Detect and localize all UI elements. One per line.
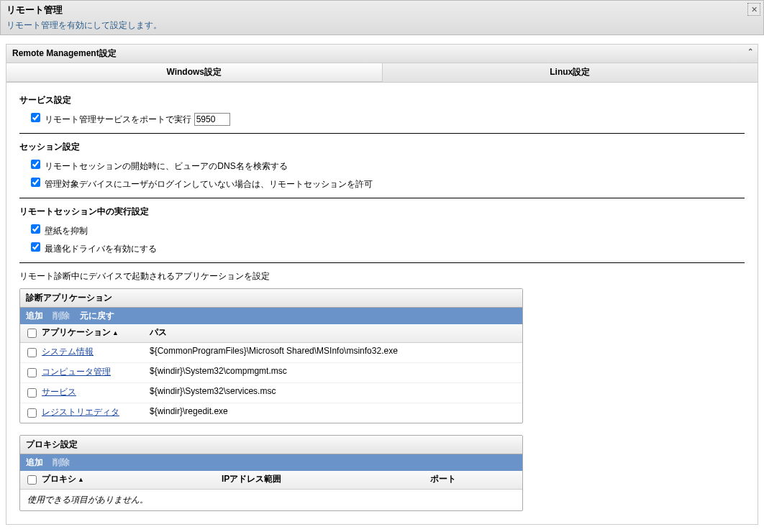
sort-asc-icon: ▲ — [112, 329, 119, 336]
tab-linux[interactable]: Linux設定 — [383, 63, 758, 82]
proxy-toolbar: 追加 削除 — [20, 454, 522, 471]
proxy-col-proxy[interactable]: プロキシ▲ — [42, 473, 222, 487]
close-icon[interactable]: ✕ — [747, 3, 760, 16]
diag-revert-button[interactable]: 元に戻す — [80, 311, 114, 321]
divider — [19, 133, 745, 134]
proxy-grid-title: プロキシ設定 — [20, 436, 522, 454]
app-link[interactable]: サービス — [42, 387, 76, 397]
panel-title-bar: Remote Management設定 ⌃ — [6, 45, 758, 63]
driver-label: 最適化ドライバを有効にする — [45, 244, 157, 254]
diag-grid: 診断アプリケーション 追加 削除 元に戻す アプリケーション▲ パス システム情… — [19, 288, 523, 423]
app-path: ${windir}\System32\services.msc — [150, 386, 518, 400]
page-subtitle: リモート管理を有効にして設定します。 — [6, 19, 758, 32]
settings-panel: Remote Management設定 ⌃ Windows設定 Linux設定 … — [6, 44, 758, 525]
proxy-col-ip[interactable]: IPアドレス範囲 — [222, 473, 430, 487]
table-row: コンピュータ管理 ${windir}\System32\compmgmt.msc — [20, 363, 522, 383]
divider — [19, 198, 745, 198]
driver-checkbox[interactable] — [31, 242, 40, 252]
session-section-title: セッション設定 — [19, 141, 745, 153]
diag-desc: リモート診断中にデバイスで起動されるアプリケーションを設定 — [19, 270, 745, 283]
proxy-add-button[interactable]: 追加 — [26, 457, 43, 467]
tabs: Windows設定 Linux設定 — [6, 63, 758, 83]
app-path: ${CommonProgramFiles}\Microsoft Shared\M… — [150, 346, 518, 359]
proxy-select-all-checkbox[interactable] — [27, 475, 37, 485]
row-checkbox[interactable] — [27, 348, 37, 357]
page-header: リモート管理 リモート管理を有効にして設定します。 ✕ — [0, 0, 764, 35]
app-link[interactable]: システム情報 — [42, 347, 94, 357]
app-link[interactable]: コンピュータ管理 — [42, 367, 111, 377]
service-run-label: リモート管理サービスをポートで実行 — [45, 114, 191, 124]
row-checkbox[interactable] — [27, 408, 37, 418]
app-path: ${windir}\System32\compmgmt.msc — [150, 366, 518, 380]
diag-select-all-checkbox[interactable] — [27, 329, 37, 338]
wallpaper-checkbox[interactable] — [31, 224, 40, 234]
session-dns-checkbox[interactable] — [31, 160, 40, 169]
running-section-title: リモートセッション中の実行設定 — [19, 206, 745, 218]
session-nologin-label: 管理対象デバイスにユーザがログインしていない場合は、リモートセッションを許可 — [45, 179, 373, 189]
panel-title: Remote Management設定 — [12, 48, 117, 58]
tab-windows[interactable]: Windows設定 — [6, 63, 383, 82]
wallpaper-label: 壁紙を抑制 — [45, 226, 88, 236]
app-path: ${windir}\regedit.exe — [150, 406, 518, 420]
row-checkbox[interactable] — [27, 368, 37, 377]
table-row: レジストリエディタ ${windir}\regedit.exe — [20, 403, 522, 423]
collapse-icon[interactable]: ⌃ — [747, 47, 753, 55]
proxy-empty-message: 使用できる項目がありません。 — [20, 490, 522, 510]
proxy-grid-header: プロキシ▲ IPアドレス範囲 ポート — [20, 471, 522, 490]
row-checkbox[interactable] — [27, 388, 37, 398]
service-section-title: サービス設定 — [19, 94, 745, 106]
page-title: リモート管理 — [6, 4, 758, 17]
service-port-input[interactable] — [194, 113, 230, 126]
diag-grid-header: アプリケーション▲ パス — [20, 324, 522, 343]
diag-add-button[interactable]: 追加 — [26, 311, 43, 321]
table-row: システム情報 ${CommonProgramFiles}\Microsoft S… — [20, 343, 522, 363]
session-nologin-checkbox[interactable] — [31, 178, 40, 187]
diag-col-app[interactable]: アプリケーション▲ — [42, 326, 150, 340]
proxy-grid: プロキシ設定 追加 削除 プロキシ▲ IPアドレス範囲 ポート 使用できる項目が… — [19, 435, 523, 511]
diag-toolbar: 追加 削除 元に戻す — [20, 308, 522, 324]
sort-asc-icon: ▲ — [78, 476, 84, 483]
app-link[interactable]: レジストリエディタ — [42, 407, 119, 417]
proxy-col-port[interactable]: ポート — [430, 473, 502, 487]
proxy-remove-button[interactable]: 削除 — [53, 457, 70, 467]
diag-grid-title: 診断アプリケーション — [20, 289, 522, 308]
diag-remove-button[interactable]: 削除 — [53, 311, 70, 321]
divider — [19, 262, 745, 263]
session-dns-label: リモートセッションの開始時に、ビューアのDNS名を検索する — [45, 161, 287, 171]
table-row: サービス ${windir}\System32\services.msc — [20, 383, 522, 403]
service-run-checkbox[interactable] — [31, 113, 40, 122]
diag-col-path[interactable]: パス — [150, 326, 518, 340]
